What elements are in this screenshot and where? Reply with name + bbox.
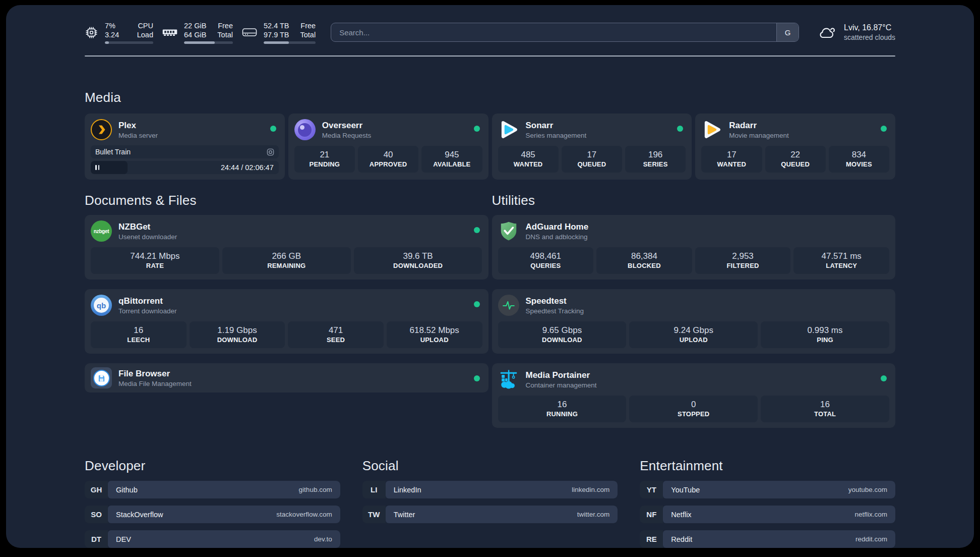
overseerr-card[interactable]: Overseerr Media Requests 21 PENDING 40 A…	[288, 114, 488, 180]
stat-wanted: 17 WANTED	[701, 146, 762, 173]
playback-progress-bar: 24:44 / 02:06:47	[91, 161, 279, 174]
stat-seed: 471 SEED	[288, 321, 384, 348]
link-url: reddit.com	[855, 535, 887, 543]
top-bar: 7% 3.24 CPU Load	[85, 20, 895, 44]
app-name: Sonarr	[526, 121, 587, 131]
status-online-dot	[474, 375, 480, 381]
pause-button[interactable]	[95, 165, 99, 170]
app-name: Radarr	[729, 121, 789, 131]
memory-progress-bar	[184, 41, 233, 44]
stat-queued: 17 QUEUED	[562, 146, 622, 173]
link-abbr: RE	[640, 530, 663, 548]
memory-stat: 22 GiB 64 GiB Free Total	[162, 21, 233, 44]
app-desc: Media Requests	[322, 132, 372, 139]
link-reddit[interactable]: RE Reddit reddit.com	[640, 530, 895, 548]
link-name: Reddit	[671, 535, 692, 543]
cpu-load-value: 3.24	[105, 30, 119, 39]
stat-wanted: 485 WANTED	[498, 146, 559, 173]
weather-condition: scattered clouds	[844, 33, 895, 42]
app-desc: Container management	[526, 381, 597, 389]
app-desc: Series management	[526, 132, 587, 139]
link-linkedin[interactable]: LI LinkedIn linkedin.com	[362, 481, 618, 498]
speedtest-pulse-icon	[498, 295, 519, 316]
sonarr-icon	[498, 119, 519, 140]
sonarr-card[interactable]: Sonarr Series management 485 WANTED 17 Q…	[492, 114, 692, 180]
app-desc: Media server	[118, 132, 158, 139]
app-name: Plex	[118, 121, 158, 131]
portainer-card[interactable]: Media Portainer Container management 16 …	[492, 363, 896, 428]
radarr-icon	[701, 119, 722, 140]
filebrowser-card[interactable]: File Browser Media File Management	[85, 363, 488, 393]
link-url: youtube.com	[848, 486, 887, 493]
disk-stat: 52.4 TB 97.9 TB Free Total	[242, 21, 316, 44]
link-url: dev.to	[314, 535, 332, 543]
app-name: NZBGet	[118, 222, 177, 232]
status-online-dot	[881, 126, 887, 132]
link-dev[interactable]: DT DEV dev.to	[85, 530, 340, 548]
entertainment-links: Entertainment YT YouTube youtube.com NF …	[640, 458, 895, 548]
link-url: twitter.com	[577, 511, 610, 518]
weather-widget: Lviv, 16.87°C scattered clouds	[817, 23, 895, 42]
stat-available: 945 AVAILABLE	[421, 146, 482, 173]
nzbget-card[interactable]: nzbget NZBGet Usenet downloader 744.21 M…	[85, 215, 488, 280]
plex-card[interactable]: Plex Media server Bullet Train	[85, 114, 285, 180]
adguard-card[interactable]: AdGuard Home DNS and adblocking 498,461 …	[492, 215, 896, 280]
qbittorrent-card[interactable]: qb qBittorrent Torrent downloader 16 LEE…	[85, 289, 488, 354]
radarr-card[interactable]: Radarr Movie management 17 WANTED 22 QUE…	[695, 114, 895, 180]
social-links: Social LI LinkedIn linkedin.com TW Twitt…	[362, 458, 618, 548]
link-url: netflix.com	[854, 511, 887, 518]
section-title-documents: Documents & Files	[85, 193, 488, 208]
disk-progress-bar	[264, 41, 316, 44]
stat-blocked: 86,384 BLOCKED	[596, 247, 692, 274]
stat-download: 1.19 Gbps DOWNLOAD	[190, 321, 285, 348]
status-online-dot	[474, 126, 480, 132]
app-name: File Browser	[118, 369, 192, 379]
stat-running: 16 RUNNING	[498, 396, 627, 422]
stat-stopped: 0 STOPPED	[629, 396, 758, 422]
link-stackoverflow[interactable]: SO StackOverflow stackoverflow.com	[85, 506, 340, 523]
app-name: Speedtest	[526, 296, 584, 306]
session-icon	[267, 148, 274, 156]
stat-remaining: 266 GB REMAINING	[222, 247, 351, 274]
now-playing-row: Bullet Train	[91, 145, 279, 158]
link-name: Github	[116, 486, 138, 494]
stat-downloaded: 39.6 TB DOWNLOADED	[354, 247, 482, 274]
link-github[interactable]: GH Github github.com	[85, 481, 340, 498]
link-youtube[interactable]: YT YouTube youtube.com	[640, 481, 895, 498]
app-desc: Movie management	[729, 132, 789, 139]
link-name: YouTube	[671, 486, 700, 494]
system-stats: 7% 3.24 CPU Load	[85, 21, 316, 44]
stat-pending: 21 PENDING	[294, 146, 355, 173]
link-twitter[interactable]: TW Twitter twitter.com	[362, 506, 618, 523]
search-input[interactable]	[331, 23, 799, 42]
link-netflix[interactable]: NF Netflix netflix.com	[640, 506, 895, 523]
portainer-crane-icon	[498, 369, 519, 390]
cpu-usage-label: CPU	[137, 21, 153, 30]
link-abbr: GH	[85, 481, 108, 498]
search-provider-button[interactable]: G	[776, 23, 799, 41]
cpu-chip-icon	[85, 26, 98, 39]
section-title-entertainment: Entertainment	[640, 458, 895, 474]
speedtest-card[interactable]: Speedtest Speedtest Tracking 9.65 Gbps D…	[492, 289, 896, 354]
status-online-dot	[474, 227, 480, 233]
app-desc: Speedtest Tracking	[526, 307, 584, 315]
link-name: DEV	[116, 535, 131, 543]
link-url: stackoverflow.com	[276, 511, 332, 518]
ram-icon	[162, 27, 177, 37]
app-name: Media Portainer	[526, 370, 597, 380]
disk-free-label: Free	[300, 21, 316, 30]
link-abbr: NF	[640, 506, 663, 523]
section-title-developer: Developer	[85, 458, 340, 474]
memory-total-label: Total	[217, 30, 233, 39]
cloud-icon	[817, 25, 837, 40]
app-name: AdGuard Home	[526, 222, 589, 232]
section-title-utilities: Utilities	[492, 193, 896, 208]
filebrowser-icon	[91, 367, 112, 388]
overseerr-icon	[294, 119, 316, 140]
search-bar: G	[331, 23, 799, 42]
status-online-dot	[881, 375, 887, 381]
stat-upload: 618.52 Mbps UPLOAD	[387, 321, 482, 348]
stat-upload: 9.24 Gbps UPLOAD	[629, 321, 758, 348]
cpu-load-label: Load	[137, 30, 153, 39]
disk-total-value: 97.9 TB	[264, 30, 289, 39]
